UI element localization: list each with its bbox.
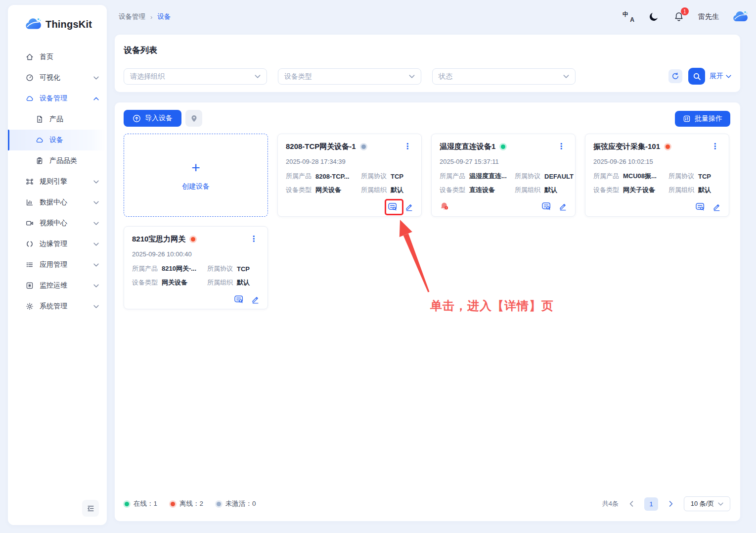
device-card[interactable]: 8210宝思力网关 ⋮ 2025-09-26 10:00:40 所属产品8210… xyxy=(124,226,268,309)
inactive-dot xyxy=(217,502,221,506)
status-dot-online xyxy=(501,145,505,149)
sidebar-item-product-category[interactable]: 产品品类 xyxy=(8,150,107,171)
sidebar-item-video-center[interactable]: 视频中心 xyxy=(8,213,107,234)
device-name: 8210宝思力网关 xyxy=(132,235,185,244)
sidebar-item-edge-management[interactable]: 边缘管理 xyxy=(8,234,107,254)
edit-pencil-icon[interactable] xyxy=(405,202,413,211)
chevron-down-icon xyxy=(93,201,99,204)
device-map-button[interactable] xyxy=(185,110,202,127)
edge-brackets-icon xyxy=(26,240,34,248)
upload-icon xyxy=(133,114,141,123)
device-org: 默认 xyxy=(237,278,250,287)
brand-cloud-icon xyxy=(25,18,42,31)
breadcrumb-device[interactable]: 设备 xyxy=(157,12,171,21)
device-org: 默认 xyxy=(698,186,711,194)
brand-logo: ThingsKit xyxy=(8,5,107,31)
page-number[interactable]: 1 xyxy=(644,497,658,511)
filter-panel: 设备列表 请选择组织 设备类型 状态 展开 xyxy=(115,35,740,92)
chevron-down-icon xyxy=(93,305,99,308)
organization-select[interactable]: 请选择组织 xyxy=(124,68,267,85)
cloud-device-icon xyxy=(36,136,44,144)
plus-icon: + xyxy=(191,161,200,174)
status-legend: 在线：1 离线：2 未激活：0 xyxy=(125,499,256,508)
sidebar-item-label: 首页 xyxy=(40,52,53,61)
map-pin-icon xyxy=(190,114,198,123)
sidebar-item-label: 产品 xyxy=(49,115,63,124)
avatar[interactable] xyxy=(732,11,748,23)
organization-placeholder: 请选择组织 xyxy=(130,72,165,81)
chevron-down-icon xyxy=(93,180,99,184)
language-toggle-icon[interactable]: 中A xyxy=(623,11,634,23)
sidebar-item-data-center[interactable]: 数据中心 xyxy=(8,192,107,213)
online-dot xyxy=(125,502,129,506)
monitor-icon xyxy=(26,282,34,290)
device-type-select[interactable]: 设备类型 xyxy=(278,68,421,85)
notification-badge: 1 xyxy=(681,7,689,15)
device-type: 直连设备 xyxy=(469,186,495,194)
device-created-time: 2025-09-28 17:34:39 xyxy=(286,158,413,165)
field-label: 所属产品 xyxy=(286,172,311,181)
sidebar-item-monitor-ops[interactable]: 监控运维 xyxy=(8,275,107,296)
device-created-time: 2025-09-27 15:37:11 xyxy=(440,158,567,165)
kebab-menu-icon[interactable]: ⋮ xyxy=(401,142,413,151)
import-device-button[interactable]: 导入设备 xyxy=(124,110,181,127)
sidebar-item-label: 视频中心 xyxy=(40,219,67,228)
sidebar-item-label: 数据中心 xyxy=(40,198,67,207)
create-device-card[interactable]: + 创建设备 xyxy=(124,134,268,217)
edit-pencil-icon[interactable] xyxy=(559,202,567,211)
sidebar-item-visualization[interactable]: 可视化 xyxy=(8,67,107,88)
dark-mode-moon-icon[interactable] xyxy=(648,11,660,23)
device-created-time: 2025-09-26 10:02:15 xyxy=(593,158,721,165)
device-detail-icon[interactable] xyxy=(541,202,551,211)
search-button[interactable] xyxy=(688,68,705,85)
sidebar-item-app-management[interactable]: 应用管理 xyxy=(8,254,107,275)
device-card[interactable]: 温湿度直连设备1 ⋮ 2025-09-27 15:37:11 所属产品温湿度直连… xyxy=(431,134,576,217)
device-type: 网关设备 xyxy=(315,186,341,194)
prev-page-button[interactable] xyxy=(626,499,636,509)
notification-bell-icon[interactable]: 1 xyxy=(673,11,685,23)
status-select[interactable]: 状态 xyxy=(432,68,576,85)
sidebar-item-product[interactable]: 产品 xyxy=(8,109,107,130)
chevron-down-icon xyxy=(93,76,99,80)
device-protocol: TCP xyxy=(698,173,711,180)
device-detail-icon[interactable] xyxy=(388,202,398,211)
device-detail-icon[interactable] xyxy=(234,295,244,304)
page-size-select[interactable]: 10 条/页 xyxy=(684,496,730,511)
field-label: 所属产品 xyxy=(593,172,619,181)
batch-operation-button[interactable]: 批量操作 xyxy=(675,111,730,127)
field-label: 所属产品 xyxy=(440,172,465,181)
legend-offline: 离线：2 xyxy=(171,499,203,508)
device-product: MCU08振... xyxy=(623,172,657,181)
field-label: 所属产品 xyxy=(132,264,158,273)
sidebar-item-device-management[interactable]: 设备管理 xyxy=(8,88,107,109)
sidebar-item-system-management[interactable]: 系统管理 xyxy=(8,296,107,317)
topbar: 设备管理 › 设备 中A 1 雷先生 xyxy=(115,5,748,29)
sidebar-item-label: 规则引擎 xyxy=(40,177,67,186)
username[interactable]: 雷先生 xyxy=(698,12,719,21)
status-dot-inactive xyxy=(361,145,366,149)
refresh-button[interactable] xyxy=(668,69,682,83)
sidebar-item-label: 产品品类 xyxy=(49,156,77,165)
sidebar-item-home[interactable]: 首页 xyxy=(8,47,107,67)
chevron-down-icon xyxy=(718,502,723,506)
next-page-button[interactable] xyxy=(666,499,676,509)
kebab-menu-icon[interactable]: ⋮ xyxy=(709,142,721,151)
chevron-left-icon xyxy=(629,501,633,507)
kebab-menu-icon[interactable]: ⋮ xyxy=(248,234,260,244)
breadcrumb-device-management[interactable]: 设备管理 xyxy=(119,12,145,21)
edit-pencil-icon[interactable] xyxy=(712,202,721,211)
device-card[interactable]: 振弦应变计采集-101 ⋮ 2025-09-26 10:02:15 所属产品MC… xyxy=(585,134,729,217)
edit-pencil-icon[interactable] xyxy=(251,295,260,304)
sidebar-item-label: 应用管理 xyxy=(40,260,67,269)
alarm-bell-icon[interactable] xyxy=(440,201,449,211)
sidebar-collapse-button[interactable] xyxy=(82,500,99,517)
device-type-placeholder: 设备类型 xyxy=(284,72,312,81)
kebab-menu-icon[interactable]: ⋮ xyxy=(555,142,567,151)
sidebar-item-device[interactable]: 设备 xyxy=(8,130,107,150)
device-org: 默认 xyxy=(544,186,557,194)
sidebar-item-rule-engine[interactable]: 规则引擎 xyxy=(8,171,107,192)
device-card[interactable]: 8208-TCP网关设备-1 ⋮ 2025-09-28 17:34:39 所属产… xyxy=(277,134,422,217)
chevron-down-icon xyxy=(563,75,569,78)
device-detail-icon[interactable] xyxy=(695,202,705,211)
expand-toggle[interactable]: 展开 xyxy=(710,72,731,81)
